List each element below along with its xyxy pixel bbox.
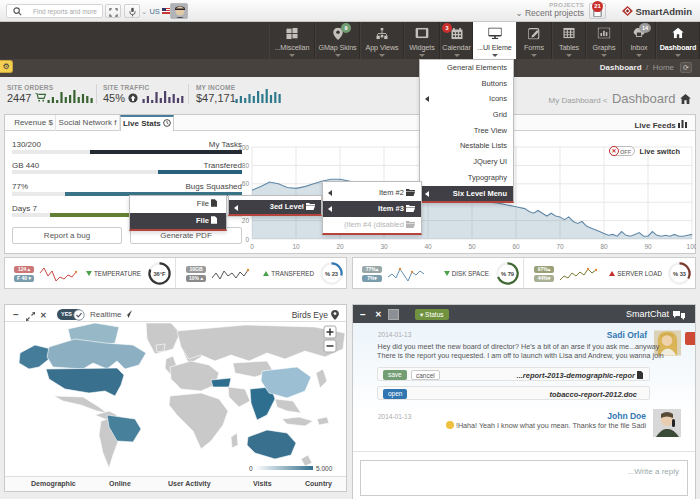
svg-text:70: 70 xyxy=(556,243,564,250)
svg-text:100: 100 xyxy=(687,243,696,250)
svg-text:% 79: % 79 xyxy=(501,271,514,277)
svg-text:5.000: 5.000 xyxy=(316,465,333,472)
svg-text:50: 50 xyxy=(468,243,476,250)
svg-text:20: 20 xyxy=(336,243,344,250)
svg-text:% 33: % 33 xyxy=(673,271,686,277)
svg-text:36°F: 36°F xyxy=(153,271,166,277)
svg-text:40: 40 xyxy=(424,243,432,250)
svg-text:80: 80 xyxy=(600,243,608,250)
svg-text:60: 60 xyxy=(242,180,250,187)
svg-text:0: 0 xyxy=(249,465,253,472)
svg-text:% 23: % 23 xyxy=(325,271,338,277)
svg-text:100: 100 xyxy=(238,144,249,151)
svg-text:20: 20 xyxy=(242,217,250,224)
svg-text:10: 10 xyxy=(292,243,300,250)
svg-text:0: 0 xyxy=(245,236,249,243)
svg-text:90: 90 xyxy=(644,243,652,250)
svg-text:0: 0 xyxy=(250,243,254,250)
svg-text:30: 30 xyxy=(380,243,388,250)
svg-text:60: 60 xyxy=(512,243,520,250)
svg-text:80: 80 xyxy=(242,162,250,169)
